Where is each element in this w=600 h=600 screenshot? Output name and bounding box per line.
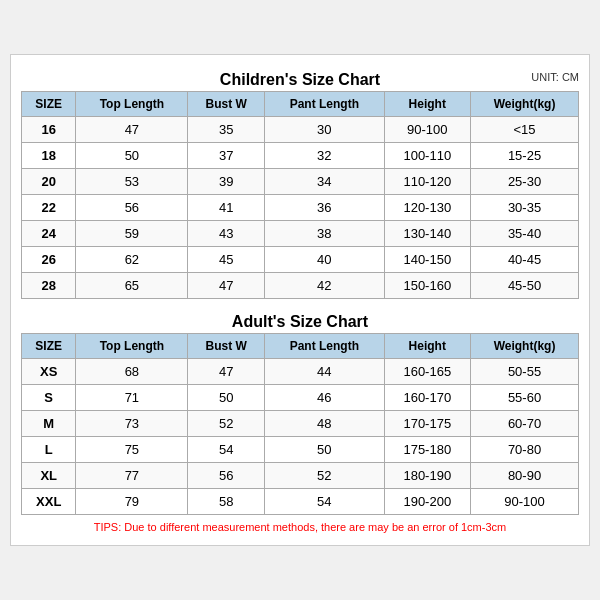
children-cell: 34: [265, 169, 384, 195]
children-table-row: 20533934110-12025-30: [22, 169, 579, 195]
children-cell: 36: [265, 195, 384, 221]
children-cell: 30: [265, 117, 384, 143]
children-cell: 110-120: [384, 169, 470, 195]
children-col-top-length: Top Length: [76, 92, 188, 117]
adults-table-row: XL775652180-19080-90: [22, 463, 579, 489]
adults-cell: 79: [76, 489, 188, 515]
adults-col-top-length: Top Length: [76, 334, 188, 359]
children-size-table: SIZE Top Length Bust W Pant Length Heigh…: [21, 91, 579, 299]
children-table-row: 1647353090-100<15: [22, 117, 579, 143]
children-col-pant-length: Pant Length: [265, 92, 384, 117]
children-cell: 59: [76, 221, 188, 247]
adults-title-text: Adult's Size Chart: [232, 313, 368, 330]
children-cell: 47: [76, 117, 188, 143]
adults-cell: L: [22, 437, 76, 463]
children-cell: 30-35: [471, 195, 579, 221]
children-cell: 45: [188, 247, 265, 273]
adults-cell: 190-200: [384, 489, 470, 515]
adults-cell: 180-190: [384, 463, 470, 489]
children-cell: 90-100: [384, 117, 470, 143]
children-cell: 37: [188, 143, 265, 169]
adults-col-weight: Weight(kg): [471, 334, 579, 359]
adults-cell: 46: [265, 385, 384, 411]
adults-cell: 54: [188, 437, 265, 463]
adults-col-pant-length: Pant Length: [265, 334, 384, 359]
adults-cell: 52: [265, 463, 384, 489]
adults-cell: 56: [188, 463, 265, 489]
children-col-height: Height: [384, 92, 470, 117]
children-cell: 16: [22, 117, 76, 143]
children-unit-label: UNIT: CM: [531, 71, 579, 83]
children-cell: <15: [471, 117, 579, 143]
children-cell: 150-160: [384, 273, 470, 299]
adults-cell: XL: [22, 463, 76, 489]
adults-cell: 54: [265, 489, 384, 515]
children-table-row: 24594338130-14035-40: [22, 221, 579, 247]
adults-cell: 48: [265, 411, 384, 437]
adults-cell: 60-70: [471, 411, 579, 437]
adults-cell: 70-80: [471, 437, 579, 463]
children-table-row: 18503732100-11015-25: [22, 143, 579, 169]
adults-cell: 58: [188, 489, 265, 515]
adults-cell: XS: [22, 359, 76, 385]
adults-table-row: M735248170-17560-70: [22, 411, 579, 437]
children-cell: 26: [22, 247, 76, 273]
adults-size-table: SIZE Top Length Bust W Pant Length Heigh…: [21, 333, 579, 515]
adults-section-title: Adult's Size Chart: [21, 307, 579, 333]
children-cell: 65: [76, 273, 188, 299]
children-cell: 120-130: [384, 195, 470, 221]
children-table-row: 28654742150-16045-50: [22, 273, 579, 299]
adults-cell: 50: [188, 385, 265, 411]
children-cell: 50: [76, 143, 188, 169]
adults-col-height: Height: [384, 334, 470, 359]
children-cell: 53: [76, 169, 188, 195]
children-cell: 130-140: [384, 221, 470, 247]
children-cell: 43: [188, 221, 265, 247]
children-cell: 39: [188, 169, 265, 195]
adults-cell: 170-175: [384, 411, 470, 437]
children-cell: 15-25: [471, 143, 579, 169]
adults-cell: XXL: [22, 489, 76, 515]
children-cell: 45-50: [471, 273, 579, 299]
children-cell: 22: [22, 195, 76, 221]
adults-cell: 160-170: [384, 385, 470, 411]
children-cell: 47: [188, 273, 265, 299]
children-cell: 41: [188, 195, 265, 221]
children-title-text: Children's Size Chart: [220, 71, 380, 88]
children-col-weight: Weight(kg): [471, 92, 579, 117]
children-cell: 40: [265, 247, 384, 273]
adults-table-row: L755450175-18070-80: [22, 437, 579, 463]
children-header-row: SIZE Top Length Bust W Pant Length Heigh…: [22, 92, 579, 117]
children-cell: 35: [188, 117, 265, 143]
children-cell: 38: [265, 221, 384, 247]
children-cell: 35-40: [471, 221, 579, 247]
adults-table-row: XS684744160-16550-55: [22, 359, 579, 385]
adults-cell: 75: [76, 437, 188, 463]
adults-cell: 44: [265, 359, 384, 385]
children-cell: 100-110: [384, 143, 470, 169]
children-table-row: 22564136120-13030-35: [22, 195, 579, 221]
adults-table-row: S715046160-17055-60: [22, 385, 579, 411]
children-cell: 18: [22, 143, 76, 169]
adults-cell: M: [22, 411, 76, 437]
children-col-size: SIZE: [22, 92, 76, 117]
adults-cell: 160-165: [384, 359, 470, 385]
adults-cell: 175-180: [384, 437, 470, 463]
chart-container: Children's Size Chart UNIT: CM SIZE Top …: [10, 54, 590, 546]
adults-cell: 50: [265, 437, 384, 463]
children-cell: 24: [22, 221, 76, 247]
adults-cell: 71: [76, 385, 188, 411]
children-cell: 32: [265, 143, 384, 169]
children-cell: 20: [22, 169, 76, 195]
children-cell: 40-45: [471, 247, 579, 273]
children-cell: 25-30: [471, 169, 579, 195]
adults-col-size: SIZE: [22, 334, 76, 359]
children-cell: 62: [76, 247, 188, 273]
children-col-bust-w: Bust W: [188, 92, 265, 117]
adults-table-row: XXL795854190-20090-100: [22, 489, 579, 515]
adults-col-bust-w: Bust W: [188, 334, 265, 359]
adults-cell: 77: [76, 463, 188, 489]
adults-header-row: SIZE Top Length Bust W Pant Length Heigh…: [22, 334, 579, 359]
adults-cell: 90-100: [471, 489, 579, 515]
children-cell: 56: [76, 195, 188, 221]
